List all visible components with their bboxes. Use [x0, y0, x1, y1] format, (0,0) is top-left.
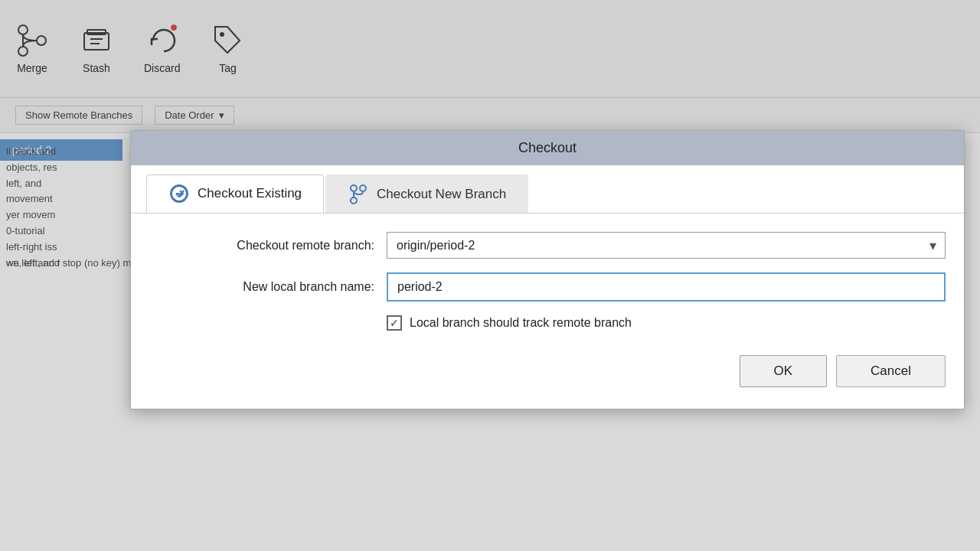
- tab-checkout-new-branch-label: Checkout New Branch: [377, 187, 506, 202]
- cancel-button[interactable]: Cancel: [836, 355, 946, 387]
- ok-button[interactable]: OK: [740, 355, 828, 387]
- track-checkbox[interactable]: ✓: [387, 315, 402, 331]
- dialog-titlebar: Checkout: [131, 131, 964, 165]
- dialog-title: Checkout: [518, 140, 577, 155]
- remote-branch-control: origin/period-2 origin/main origin/maste…: [387, 232, 946, 259]
- track-label-text: Local branch should track remote branch: [410, 316, 632, 330]
- tab-checkout-existing-label: Checkout Existing: [198, 186, 302, 201]
- tab-checkout-new-branch[interactable]: Checkout New Branch: [325, 174, 528, 213]
- local-branch-control: [387, 272, 946, 302]
- svg-point-15: [351, 197, 357, 204]
- svg-point-14: [360, 185, 366, 191]
- remote-branch-row: Checkout remote branch: origin/period-2 …: [149, 232, 946, 259]
- dialog-body: Checkout remote branch: origin/period-2 …: [131, 213, 964, 409]
- checkout-dialog: Checkout Checkout Existing: [130, 130, 965, 409]
- checkbox-check-icon: ✓: [390, 318, 399, 328]
- track-checkbox-row: ✓ Local branch should track remote branc…: [149, 315, 946, 331]
- cancel-label: Cancel: [871, 364, 911, 378]
- local-branch-label: New local branch name:: [149, 280, 387, 294]
- remote-branch-select-wrapper: origin/period-2 origin/main origin/maste…: [387, 232, 946, 259]
- remote-branch-select[interactable]: origin/period-2 origin/main origin/maste…: [387, 232, 946, 259]
- svg-point-13: [351, 185, 357, 191]
- checkout-existing-icon: [168, 183, 190, 204]
- dialog-tabs: Checkout Existing Checkout New Branch: [131, 165, 964, 213]
- track-checkbox-label[interactable]: ✓ Local branch should track remote branc…: [387, 315, 632, 331]
- checkout-new-branch-icon: [348, 184, 369, 205]
- dialog-buttons: OK Cancel: [149, 346, 946, 393]
- tab-checkout-existing[interactable]: Checkout Existing: [146, 174, 324, 213]
- local-branch-row: New local branch name:: [149, 272, 946, 302]
- remote-branch-label: Checkout remote branch:: [149, 239, 387, 253]
- local-branch-input[interactable]: [387, 272, 946, 302]
- ok-label: OK: [774, 364, 793, 378]
